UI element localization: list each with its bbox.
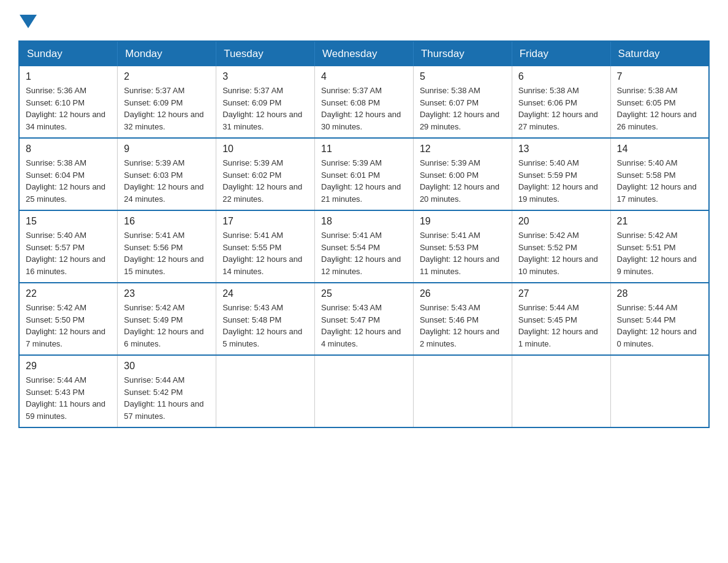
day-info: Sunrise: 5:43 AM Sunset: 5:47 PM Dayligh… [321,302,407,350]
calendar-table: SundayMondayTuesdayWednesdayThursdayFrid… [18,40,710,428]
calendar-cell: 21 Sunrise: 5:42 AM Sunset: 5:51 PM Dayl… [610,210,709,283]
day-number: 22 [26,288,111,299]
day-number: 1 [26,71,111,82]
day-number: 20 [518,216,604,227]
calendar-cell: 24 Sunrise: 5:43 AM Sunset: 5:48 PM Dayl… [216,283,315,355]
header-sunday: Sunday [19,41,118,66]
day-number: 24 [222,288,308,299]
calendar-cell: 11 Sunrise: 5:39 AM Sunset: 6:01 PM Dayl… [315,138,414,210]
calendar-cell: 2 Sunrise: 5:37 AM Sunset: 6:09 PM Dayli… [118,66,216,138]
day-info: Sunrise: 5:40 AM Sunset: 5:57 PM Dayligh… [26,229,111,277]
day-number: 8 [26,144,111,155]
day-number: 11 [321,144,407,155]
day-number: 3 [222,71,308,82]
day-number: 29 [26,361,111,372]
logo [18,12,37,28]
header-tuesday: Tuesday [216,41,315,66]
calendar-cell: 10 Sunrise: 5:39 AM Sunset: 6:02 PM Dayl… [216,138,315,210]
day-number: 15 [26,216,111,227]
day-number: 28 [617,288,702,299]
day-number: 7 [617,71,702,82]
day-info: Sunrise: 5:37 AM Sunset: 6:08 PM Dayligh… [321,85,407,132]
week-row-3: 15 Sunrise: 5:40 AM Sunset: 5:57 PM Dayl… [19,210,709,283]
day-number: 6 [518,71,604,82]
week-row-4: 22 Sunrise: 5:42 AM Sunset: 5:50 PM Dayl… [19,283,709,355]
header-friday: Friday [512,41,610,66]
day-info: Sunrise: 5:39 AM Sunset: 6:02 PM Dayligh… [222,157,308,205]
day-info: Sunrise: 5:41 AM Sunset: 5:56 PM Dayligh… [124,229,210,277]
day-info: Sunrise: 5:40 AM Sunset: 5:58 PM Dayligh… [617,157,702,205]
week-row-5: 29 Sunrise: 5:44 AM Sunset: 5:43 PM Dayl… [19,355,709,427]
day-number: 4 [321,71,407,82]
calendar-cell: 15 Sunrise: 5:40 AM Sunset: 5:57 PM Dayl… [19,210,118,283]
calendar-cell: 28 Sunrise: 5:44 AM Sunset: 5:44 PM Dayl… [610,283,709,355]
day-info: Sunrise: 5:44 AM Sunset: 5:43 PM Dayligh… [26,374,111,422]
week-row-2: 8 Sunrise: 5:38 AM Sunset: 6:04 PM Dayli… [19,138,709,210]
day-number: 13 [518,144,604,155]
day-number: 16 [124,216,210,227]
day-info: Sunrise: 5:43 AM Sunset: 5:48 PM Dayligh… [222,302,308,350]
day-info: Sunrise: 5:38 AM Sunset: 6:05 PM Dayligh… [617,85,702,132]
calendar-cell [315,355,414,427]
day-info: Sunrise: 5:41 AM Sunset: 5:53 PM Dayligh… [420,229,506,277]
day-info: Sunrise: 5:44 AM Sunset: 5:42 PM Dayligh… [124,374,210,422]
day-info: Sunrise: 5:42 AM Sunset: 5:52 PM Dayligh… [518,229,604,277]
calendar-cell: 26 Sunrise: 5:43 AM Sunset: 5:46 PM Dayl… [413,283,512,355]
day-info: Sunrise: 5:41 AM Sunset: 5:55 PM Dayligh… [222,229,308,277]
calendar-cell [216,355,315,427]
day-number: 9 [124,144,210,155]
day-info: Sunrise: 5:38 AM Sunset: 6:04 PM Dayligh… [26,157,111,205]
day-number: 23 [124,288,210,299]
day-number: 18 [321,216,407,227]
calendar-cell [512,355,610,427]
day-info: Sunrise: 5:41 AM Sunset: 5:54 PM Dayligh… [321,229,407,277]
day-info: Sunrise: 5:37 AM Sunset: 6:09 PM Dayligh… [222,85,308,132]
logo-triangle-icon [20,15,37,28]
day-number: 27 [518,288,604,299]
day-info: Sunrise: 5:38 AM Sunset: 6:06 PM Dayligh… [518,85,604,132]
day-number: 2 [124,71,210,82]
calendar-cell: 27 Sunrise: 5:44 AM Sunset: 5:45 PM Dayl… [512,283,610,355]
day-number: 14 [617,144,702,155]
day-info: Sunrise: 5:37 AM Sunset: 6:09 PM Dayligh… [124,85,210,132]
calendar-cell: 25 Sunrise: 5:43 AM Sunset: 5:47 PM Dayl… [315,283,414,355]
header-wednesday: Wednesday [315,41,414,66]
day-number: 26 [420,288,506,299]
page-header [18,12,710,28]
day-info: Sunrise: 5:42 AM Sunset: 5:51 PM Dayligh… [617,229,702,277]
day-info: Sunrise: 5:42 AM Sunset: 5:50 PM Dayligh… [26,302,111,350]
day-number: 5 [420,71,506,82]
calendar-cell: 4 Sunrise: 5:37 AM Sunset: 6:08 PM Dayli… [315,66,414,138]
calendar-cell: 29 Sunrise: 5:44 AM Sunset: 5:43 PM Dayl… [19,355,118,427]
calendar-cell: 5 Sunrise: 5:38 AM Sunset: 6:07 PM Dayli… [413,66,512,138]
day-info: Sunrise: 5:44 AM Sunset: 5:45 PM Dayligh… [518,302,604,350]
day-info: Sunrise: 5:39 AM Sunset: 6:03 PM Dayligh… [124,157,210,205]
calendar-cell: 16 Sunrise: 5:41 AM Sunset: 5:56 PM Dayl… [118,210,216,283]
calendar-cell: 22 Sunrise: 5:42 AM Sunset: 5:50 PM Dayl… [19,283,118,355]
calendar-cell: 23 Sunrise: 5:42 AM Sunset: 5:49 PM Dayl… [118,283,216,355]
day-number: 17 [222,216,308,227]
header-thursday: Thursday [413,41,512,66]
day-info: Sunrise: 5:38 AM Sunset: 6:07 PM Dayligh… [420,85,506,132]
day-number: 21 [617,216,702,227]
day-number: 12 [420,144,506,155]
calendar-cell: 17 Sunrise: 5:41 AM Sunset: 5:55 PM Dayl… [216,210,315,283]
day-number: 19 [420,216,506,227]
day-info: Sunrise: 5:39 AM Sunset: 6:00 PM Dayligh… [420,157,506,205]
calendar-cell: 13 Sunrise: 5:40 AM Sunset: 5:59 PM Dayl… [512,138,610,210]
week-row-1: 1 Sunrise: 5:36 AM Sunset: 6:10 PM Dayli… [19,66,709,138]
day-number: 10 [222,144,308,155]
calendar-cell [413,355,512,427]
calendar-cell: 12 Sunrise: 5:39 AM Sunset: 6:00 PM Dayl… [413,138,512,210]
calendar-cell: 9 Sunrise: 5:39 AM Sunset: 6:03 PM Dayli… [118,138,216,210]
header-monday: Monday [118,41,216,66]
calendar-cell: 20 Sunrise: 5:42 AM Sunset: 5:52 PM Dayl… [512,210,610,283]
calendar-cell: 19 Sunrise: 5:41 AM Sunset: 5:53 PM Dayl… [413,210,512,283]
day-info: Sunrise: 5:42 AM Sunset: 5:49 PM Dayligh… [124,302,210,350]
day-number: 25 [321,288,407,299]
day-info: Sunrise: 5:39 AM Sunset: 6:01 PM Dayligh… [321,157,407,205]
day-info: Sunrise: 5:44 AM Sunset: 5:44 PM Dayligh… [617,302,702,350]
calendar-cell: 18 Sunrise: 5:41 AM Sunset: 5:54 PM Dayl… [315,210,414,283]
day-info: Sunrise: 5:40 AM Sunset: 5:59 PM Dayligh… [518,157,604,205]
day-info: Sunrise: 5:43 AM Sunset: 5:46 PM Dayligh… [420,302,506,350]
